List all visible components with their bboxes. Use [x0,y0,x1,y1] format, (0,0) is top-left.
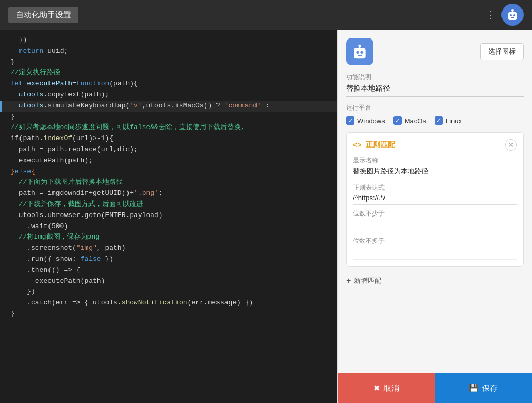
code-line: }) [0,287,337,298]
code-line: } [0,57,337,68]
code-line-highlight: utools.simulateKeyboardTap('v',utools.is… [0,101,337,112]
match-section: <> 正则匹配 ✕ 显示名称 替换图片路径为本地路径 正则表达式 /^https… [346,132,524,267]
plugin-icon-svg [351,43,368,60]
code-line: return uuid; [0,46,337,57]
function-label: 功能说明 [346,73,524,82]
code-line: //定义执行路径 [0,67,337,78]
code-line: //下载并保存，截图方式，后面可以改进 [0,199,337,210]
code-line: } [0,309,337,320]
code-line: } [0,112,337,123]
add-match-label: 新增匹配 [354,276,381,286]
code-line: }else{ [0,166,337,178]
platform-row: Windows MacOs Linux [346,116,524,125]
code-line: .catch(err => { utools.showNotification(… [0,298,337,309]
code-line: path = path.replace(url,dic); [0,144,337,155]
match-title-text: 正则匹配 [366,140,395,150]
min-digits-value[interactable] [353,220,517,232]
plus-icon: + [346,276,351,286]
header: 自动化助手设置 ⋮ [0,0,532,30]
code-line: .run({ show: false }) [0,254,337,265]
display-name-value: 替换图片路径为本地路径 [353,166,517,179]
save-button[interactable]: 💾 保存 [435,373,533,403]
code-line: .wait(500) [0,221,337,232]
cancel-label: 取消 [383,384,399,394]
code-line: //如果考虑本地od同步速度问题，可以false&&去除，直接使用下载后替换, [0,122,337,133]
macos-label: MacOs [405,117,426,125]
robot-icon-button[interactable] [501,4,524,26]
code-line: executePath(path); [0,155,337,166]
max-digits-label: 位数不多于 [353,237,517,245]
windows-checkbox[interactable] [346,116,354,125]
right-panel: 选择图标 功能说明 替换本地路径 运行平台 Windows MacOs Linu… [337,30,532,403]
regex-label: 正则表达式 [353,183,517,192]
macos-checkbox[interactable] [393,116,402,125]
code-line: //下面为下载图片后替换本地路径 [0,177,337,188]
select-icon-button[interactable]: 选择图标 [480,43,524,60]
display-name-label: 显示名称 [353,156,517,165]
code-brackets-icon: <> [353,141,361,149]
robot-icon [506,8,519,21]
icon-row: 选择图标 [346,38,524,65]
cancel-icon: ✖ [373,384,380,393]
app-title: 自动化助手设置 [8,7,78,23]
platform-label: 运行平台 [346,103,524,112]
cancel-button[interactable]: ✖ 取消 [338,373,435,403]
code-line: }) [0,35,337,46]
main-content: }) return uuid; } //定义执行路径 let executePa… [0,30,532,403]
function-value: 替换本地路径 [346,84,524,97]
max-digits-value[interactable] [353,247,517,260]
more-options-icon[interactable]: ⋮ [486,8,496,21]
windows-label: Windows [357,117,385,125]
code-line: let executePath=function(path){ [0,78,337,90]
code-editor[interactable]: }) return uuid; } //定义执行路径 let executePa… [0,30,337,403]
save-label: 保存 [482,384,498,394]
match-header: <> 正则匹配 ✕ [353,139,517,151]
code-line: //将Img截图，保存为png [0,232,337,243]
platform-windows: Windows [346,116,385,125]
header-right: ⋮ [486,4,524,26]
code-line: executePath(path) [0,276,337,287]
code-line: utools.copyText(path); [0,90,337,101]
linux-checkbox[interactable] [435,116,443,125]
code-line: .screenshot("img", path) [0,243,337,254]
code-line: utools.ubrowser.goto(ENTER.payload) [0,210,337,221]
code-line: .then(() => { [0,265,337,276]
match-close-button[interactable]: ✕ [505,139,517,151]
panel-body: 选择图标 功能说明 替换本地路径 运行平台 Windows MacOs Linu… [338,30,532,373]
regex-value: /^https://.*/ [353,194,517,205]
code-line: if(path.indexOf(url)>-1){ [0,133,337,144]
platform-linux: Linux [435,116,462,125]
platform-macos: MacOs [393,116,426,125]
save-icon: 💾 [469,384,479,393]
min-digits-label: 位数不少于 [353,209,517,218]
code-line: path = imgdowndir+getUUID()+'.png'; [0,188,337,199]
add-match-button[interactable]: + 新增匹配 [346,274,524,288]
match-title: <> 正则匹配 [353,140,395,150]
plugin-icon [346,38,373,65]
panel-footer: ✖ 取消 💾 保存 [338,373,532,403]
linux-label: Linux [446,117,462,125]
